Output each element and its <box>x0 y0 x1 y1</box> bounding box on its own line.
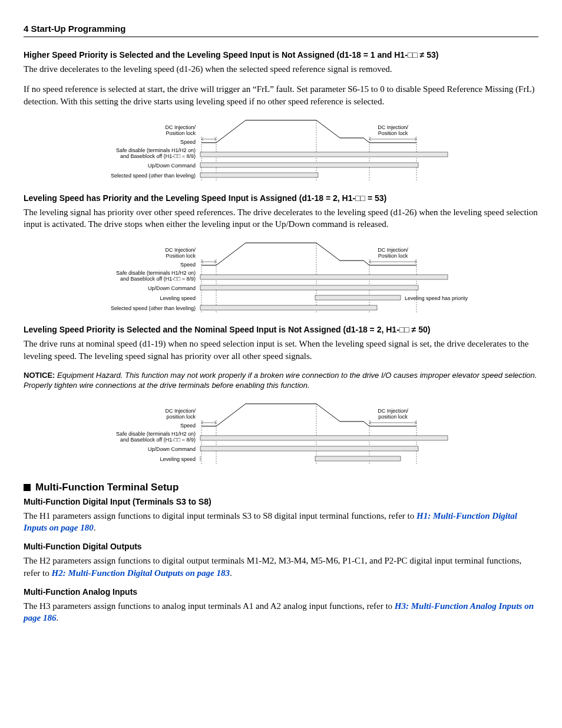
mf-head: Multi-Function Terminal Setup <box>24 482 538 493</box>
s1-p2: If no speed reference is selected at sta… <box>24 83 538 107</box>
mf-h2: Multi-Function Digital Outputs <box>24 542 538 551</box>
svg-text:DC Injection/position lock: DC Injection/position lock <box>378 408 408 420</box>
svg-text:Up/Down Command: Up/Down Command <box>148 163 196 169</box>
s3-notice: NOTICE: Equipment Hazard. This function … <box>24 370 538 391</box>
svg-text:Speed: Speed <box>180 139 196 145</box>
s3-title: Leveling Speed Priority is Selected and … <box>24 325 538 334</box>
svg-rect-16 <box>200 173 318 177</box>
s1-title: Higher Speed Priority is Selected and th… <box>24 50 538 60</box>
svg-text:and Baseblock off (H1-□□ = 8/9: and Baseblock off (H1-□□ = 8/9) <box>120 276 196 282</box>
svg-text:DC Injection/Position lock: DC Injection/Position lock <box>378 247 408 259</box>
s2-p1: The leveling signal has priority over ot… <box>24 206 538 230</box>
svg-rect-34 <box>200 285 418 290</box>
svg-text:Safe disable (terminals H1/H2 : Safe disable (terminals H1/H2 on) <box>116 147 196 153</box>
link-h2-outputs[interactable]: H2: Multi-Function Digital Outputs on pa… <box>51 568 230 578</box>
svg-text:DC Injection/position lock: DC Injection/position lock <box>165 408 196 420</box>
mf-p3: The H3 parameters assign functions to an… <box>24 600 538 624</box>
timing-diagram-1: DC Injection/Position lock Speed Safe di… <box>92 116 470 186</box>
svg-rect-15 <box>200 163 418 167</box>
svg-text:Leveling speed: Leveling speed <box>160 295 196 301</box>
svg-rect-36 <box>200 305 377 310</box>
mf-p1: The H1 parameters assign functions to di… <box>24 510 538 534</box>
svg-text:DC Injection/Position lock: DC Injection/Position lock <box>165 124 196 136</box>
svg-text:Safe disable (terminals H1/H2 : Safe disable (terminals H1/H2 on) <box>116 431 196 437</box>
svg-text:Up/Down Command: Up/Down Command <box>148 446 196 452</box>
timing-diagram-3: DC Injection/position lock Speed Safe di… <box>92 399 470 470</box>
chapter-header: 4 Start-Up Programming <box>24 24 538 37</box>
mf-h3: Multi-Function Analog Inputs <box>24 587 538 597</box>
svg-text:Speed: Speed <box>180 423 196 429</box>
svg-rect-53 <box>315 456 401 461</box>
mf-h1: Multi-Function Digital Input (Terminals … <box>24 497 538 506</box>
mf-p2: The H2 parameters assign functions to di… <box>24 555 538 579</box>
section-marker-icon <box>24 484 31 491</box>
svg-text:and Baseblock off (H1-□□ = 8/9: and Baseblock off (H1-□□ = 8/9) <box>120 437 196 443</box>
svg-rect-52 <box>200 446 418 451</box>
svg-rect-35 <box>315 295 401 300</box>
svg-text:Selected speed (other than lev: Selected speed (other than leveling) <box>111 173 196 179</box>
svg-text:Safe disable (terminals H1/H2 : Safe disable (terminals H1/H2 on) <box>116 270 196 276</box>
svg-text:DC Injection/Position lock: DC Injection/Position lock <box>378 124 408 136</box>
svg-text:Up/Down Command: Up/Down Command <box>148 285 196 291</box>
svg-rect-14 <box>200 152 448 157</box>
svg-text:Leveling speed has priority: Leveling speed has priority <box>405 295 468 301</box>
svg-text:Speed: Speed <box>180 262 196 268</box>
s1-p1: The drive decelerates to the leveling sp… <box>24 63 538 75</box>
svg-text:and Baseblock off (H1-□□ = 8/9: and Baseblock off (H1-□□ = 8/9) <box>120 153 196 159</box>
s3-p1: The drive runs at nominal speed (d1-19) … <box>24 338 538 362</box>
svg-rect-51 <box>200 436 448 440</box>
svg-text:DC Injection/Position lock: DC Injection/Position lock <box>165 247 196 259</box>
svg-text:Leveling speed: Leveling speed <box>160 456 196 462</box>
svg-rect-33 <box>200 275 448 279</box>
chapter-title: 4 Start-Up Programming <box>24 24 125 34</box>
svg-text:Selected speed (other than lev: Selected speed (other than leveling) <box>111 305 196 311</box>
s2-title: Leveling Speed has Priority and the Leve… <box>24 193 538 203</box>
timing-diagram-2: DC Injection/Position lock Speed Safe di… <box>92 238 470 318</box>
